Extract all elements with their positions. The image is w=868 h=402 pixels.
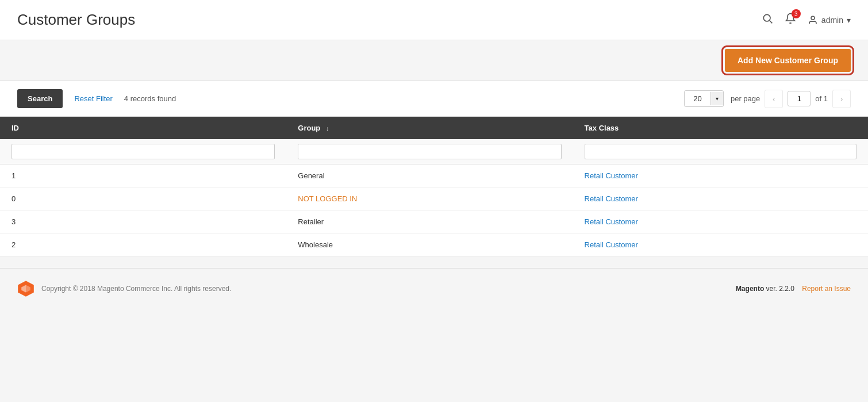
filter-id-input[interactable] <box>11 144 275 159</box>
table-row: 1GeneralRetail Customer <box>0 164 868 187</box>
cell-group: Wholesale <box>286 233 573 256</box>
per-page-select[interactable]: 20 ▾ <box>684 90 724 107</box>
cell-tax-class[interactable]: Retail Customer <box>573 233 868 256</box>
filter-taxclass-input[interactable] <box>585 144 857 159</box>
report-issue-link[interactable]: Report an Issue <box>802 285 851 293</box>
column-header-id[interactable]: ID <box>0 117 286 139</box>
table-row: 0NOT LOGGED INRetail Customer <box>0 187 868 210</box>
cell-tax-class[interactable]: Retail Customer <box>573 187 868 210</box>
column-header-tax-class[interactable]: Tax Class <box>573 117 868 139</box>
notification-badge: 3 <box>792 9 801 18</box>
page-of-label: of 1 <box>815 94 828 103</box>
per-page-arrow[interactable]: ▾ <box>710 92 723 105</box>
admin-user-menu[interactable]: admin ▾ <box>808 15 851 25</box>
cell-id: 1 <box>0 164 286 187</box>
cell-tax-class[interactable]: Retail Customer <box>573 210 868 233</box>
customer-groups-table: ID Group ↓ Tax Class 1GeneralRetail Cust… <box>0 117 868 256</box>
cell-tax-class[interactable]: Retail Customer <box>573 164 868 187</box>
pagination-controls: 20 ▾ per page ‹ of 1 › <box>684 90 851 108</box>
magento-version: ver. 2.2.0 <box>766 285 794 293</box>
notification-icon[interactable]: 3 <box>785 13 796 27</box>
search-icon[interactable] <box>762 13 773 27</box>
page-title: Customer Groups <box>17 11 135 29</box>
cell-group: NOT LOGGED IN <box>286 187 573 210</box>
search-bar: Search Reset Filter 4 records found 20 ▾… <box>0 81 868 117</box>
admin-username: admin <box>821 16 843 25</box>
svg-point-2 <box>811 16 815 20</box>
reset-filter-button[interactable]: Reset Filter <box>74 94 112 103</box>
current-page-input[interactable] <box>788 91 811 106</box>
records-found-text: 4 records found <box>124 94 176 103</box>
search-button[interactable]: Search <box>17 89 63 108</box>
prev-page-button[interactable]: ‹ <box>765 90 783 108</box>
svg-point-0 <box>763 14 770 21</box>
footer-copyright: Copyright © 2018 Magento Commerce Inc. A… <box>41 285 231 293</box>
svg-line-1 <box>770 21 773 24</box>
footer-right: Magento ver. 2.2.0 Report an Issue <box>736 285 851 293</box>
table-body: 1GeneralRetail Customer0NOT LOGGED INRet… <box>0 139 868 256</box>
toolbar: Add New Customer Group <box>0 40 868 81</box>
cell-id: 0 <box>0 187 286 210</box>
search-left: Search Reset Filter 4 records found <box>17 89 176 108</box>
magento-logo <box>17 280 34 297</box>
magento-version-label: Magento <box>736 285 764 293</box>
footer: Copyright © 2018 Magento Commerce Inc. A… <box>0 268 868 309</box>
header-actions: 3 admin ▾ <box>762 13 851 27</box>
filter-group-input[interactable] <box>298 144 561 159</box>
per-page-value: 20 <box>685 91 710 106</box>
admin-dropdown-icon: ▾ <box>847 16 851 25</box>
records-count: 4 <box>124 94 128 103</box>
per-page-label: per page <box>731 94 760 103</box>
cell-id: 3 <box>0 210 286 233</box>
cell-group: General <box>286 164 573 187</box>
cell-group: Retailer <box>286 210 573 233</box>
table-header: ID Group ↓ Tax Class <box>0 117 868 139</box>
filter-row <box>0 139 868 164</box>
group-sort-icon: ↓ <box>326 125 329 132</box>
footer-left: Copyright © 2018 Magento Commerce Inc. A… <box>17 280 231 297</box>
next-page-button[interactable]: › <box>832 90 851 108</box>
table-row: 2WholesaleRetail Customer <box>0 233 868 256</box>
header: Customer Groups 3 admin ▾ <box>0 0 868 40</box>
table-row: 3RetailerRetail Customer <box>0 210 868 233</box>
cell-id: 2 <box>0 233 286 256</box>
add-customer-group-button[interactable]: Add New Customer Group <box>725 49 851 72</box>
column-header-group[interactable]: Group ↓ <box>286 117 573 139</box>
